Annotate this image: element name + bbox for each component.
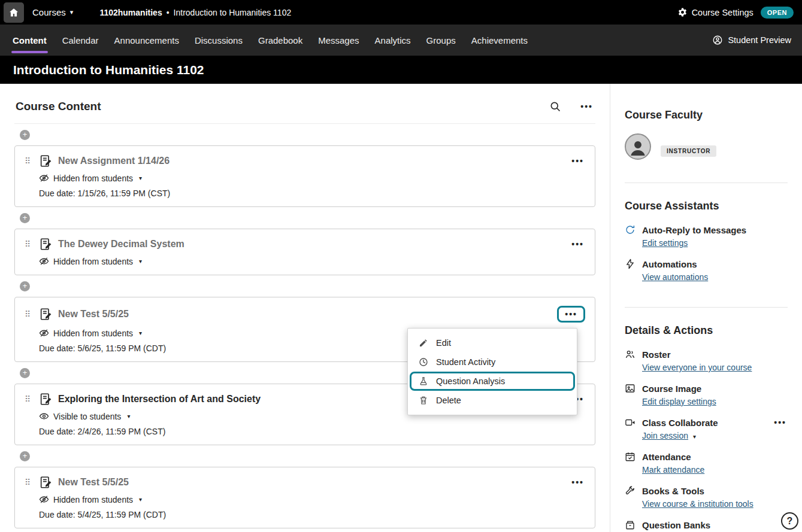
- edit-display-settings-link[interactable]: Edit display settings: [642, 397, 716, 406]
- breadcrumb-separator: •: [167, 8, 170, 17]
- content-item-title[interactable]: New Assignment 1/14/26: [58, 156, 170, 166]
- item-menu-button[interactable]: •••: [564, 309, 579, 320]
- collaborate-menu-button[interactable]: •••: [773, 417, 788, 428]
- content-item-title[interactable]: The Dewey Decimal System: [58, 239, 184, 250]
- visibility-dropdown[interactable]: Hidden from students ▾: [39, 256, 585, 266]
- search-icon: [549, 101, 561, 113]
- lightning-bolt-icon: [625, 259, 635, 269]
- menu-item-delete[interactable]: Delete: [408, 391, 577, 410]
- content-item-card: ⠿ New Test 5/5/25 ••• Hidden from studen…: [14, 467, 595, 528]
- view-automations-link[interactable]: View automations: [642, 272, 708, 282]
- details-actions-heading: Details & Actions: [625, 324, 788, 337]
- ellipsis-icon: •••: [580, 102, 593, 111]
- ellipsis-icon: •••: [774, 418, 786, 427]
- content-item-title[interactable]: New Test 5/5/25: [58, 477, 129, 488]
- menu-item-student-activity[interactable]: Student Activity: [408, 352, 577, 372]
- course-faculty-section: Course Faculty INSTRUCTOR: [625, 84, 788, 183]
- assignment-icon: [39, 238, 52, 251]
- item-menu-button[interactable]: •••: [570, 156, 585, 166]
- roster-people-icon: [625, 349, 635, 360]
- tab-content[interactable]: Content: [5, 25, 55, 56]
- search-button[interactable]: [548, 99, 562, 114]
- student-preview-button[interactable]: Student Preview: [712, 25, 797, 56]
- drag-handle[interactable]: ⠿: [25, 309, 33, 319]
- assignment-icon: [39, 393, 52, 406]
- instructor-avatar[interactable]: [625, 133, 651, 160]
- test-icon: [39, 476, 52, 489]
- sidebar-item-question-banks: Question Banks Manage banks: [625, 519, 788, 532]
- course-faculty-heading: Course Faculty: [625, 109, 788, 121]
- join-session-link[interactable]: Join session: [642, 431, 688, 440]
- assignment-icon: [39, 154, 52, 168]
- edit-settings-link[interactable]: Edit settings: [642, 238, 688, 248]
- home-button[interactable]: [4, 2, 24, 23]
- sidebar-item-class-collaborate: Class Collaborate ••• Join session▾: [625, 417, 788, 441]
- mark-attendance-link[interactable]: Mark attendance: [642, 465, 704, 475]
- tab-gradebook[interactable]: Gradebook: [250, 25, 310, 56]
- drag-handle[interactable]: ⠿: [25, 394, 33, 404]
- student-preview-icon: [712, 35, 723, 45]
- caret-down-icon: ▾: [139, 496, 142, 503]
- menu-item-edit[interactable]: Edit: [408, 333, 577, 352]
- collaborate-camera-icon: [625, 417, 635, 428]
- sidebar-item-course-image: Course Image Edit display settings: [625, 383, 788, 407]
- content-item-title[interactable]: New Test 5/5/25: [58, 309, 129, 320]
- view-course-tools-link[interactable]: View course & institution tools: [642, 499, 753, 509]
- tutorial-highlight-box: •••: [557, 306, 585, 323]
- drag-handle[interactable]: ⠿: [25, 239, 33, 249]
- visibility-dropdown[interactable]: Hidden from students ▾: [39, 173, 585, 183]
- details-actions-section: Details & Actions Roster View everyone i…: [625, 307, 788, 532]
- tab-groups[interactable]: Groups: [419, 25, 464, 56]
- content-item-title[interactable]: Exploring the Intersection of Art and So…: [58, 394, 261, 405]
- due-date: Due date: 5/4/25, 11:59 PM (CDT): [39, 510, 585, 519]
- content-overflow-menu-button[interactable]: •••: [579, 101, 594, 112]
- add-content-button[interactable]: +: [20, 213, 30, 223]
- gear-icon: [677, 7, 688, 17]
- page-header: Introduction to Humanities 1102: [0, 56, 802, 84]
- add-content-button[interactable]: +: [20, 368, 30, 378]
- menu-item-question-analysis[interactable]: Question Analysis: [410, 372, 575, 391]
- test-icon: [39, 308, 52, 321]
- pencil-icon: [419, 338, 428, 348]
- tab-messages[interactable]: Messages: [310, 25, 367, 56]
- caret-down-icon: ▾: [693, 433, 696, 440]
- clock-icon: [419, 357, 428, 367]
- item-menu-button[interactable]: •••: [570, 239, 585, 250]
- tab-calendar[interactable]: Calendar: [55, 25, 107, 56]
- trash-icon: [419, 396, 428, 405]
- image-icon: [625, 383, 635, 394]
- course-nav: Content Calendar Announcements Discussio…: [0, 25, 802, 56]
- sidebar-item-attendance: Attendance Mark attendance: [625, 451, 788, 475]
- caret-down-icon: ▾: [70, 9, 74, 16]
- drag-handle[interactable]: ⠿: [25, 156, 33, 166]
- courses-dropdown[interactable]: Courses ▾: [32, 7, 73, 17]
- tab-discussions[interactable]: Discussions: [187, 25, 250, 56]
- tab-announcements[interactable]: Announcements: [107, 25, 187, 56]
- help-button[interactable]: ?: [781, 512, 798, 530]
- content-item-card: ⠿ The Dewey Decimal System ••• Hidden fr…: [14, 229, 595, 275]
- view-everyone-link[interactable]: View everyone in your course: [642, 363, 752, 372]
- due-date: Due date: 1/15/26, 11:59 PM (CST): [39, 189, 585, 198]
- sidebar-item-books-tools: Books & Tools View course & institution …: [625, 485, 788, 509]
- add-content-button[interactable]: +: [20, 281, 30, 291]
- tab-analytics[interactable]: Analytics: [367, 25, 419, 56]
- content-item-card: ⠿ New Assignment 1/14/26 ••• Hidden from…: [14, 145, 595, 207]
- caret-down-icon: ▾: [139, 330, 142, 336]
- auto-reply-icon: [625, 224, 635, 235]
- person-icon: [628, 138, 648, 159]
- drag-handle[interactable]: ⠿: [25, 478, 33, 487]
- top-bar: Courses ▾ 1102humanities • Introduction …: [0, 0, 802, 25]
- eye-off-icon: [39, 173, 49, 183]
- add-content-button[interactable]: +: [20, 451, 30, 461]
- ellipsis-icon: •••: [571, 240, 584, 248]
- eye-off-icon: [39, 256, 49, 266]
- tab-achievements[interactable]: Achievements: [464, 25, 535, 56]
- item-menu-button[interactable]: •••: [570, 477, 585, 488]
- course-details-sidebar: Course Faculty INSTRUCTOR Course Assista…: [610, 84, 802, 532]
- visibility-dropdown[interactable]: Hidden from students ▾: [39, 494, 585, 504]
- ellipsis-icon: •••: [571, 478, 584, 487]
- course-settings-button[interactable]: Course Settings: [677, 7, 753, 17]
- course-content-heading: Course Content: [16, 100, 101, 113]
- add-content-button[interactable]: +: [20, 130, 30, 140]
- course-settings-label: Course Settings: [692, 8, 753, 17]
